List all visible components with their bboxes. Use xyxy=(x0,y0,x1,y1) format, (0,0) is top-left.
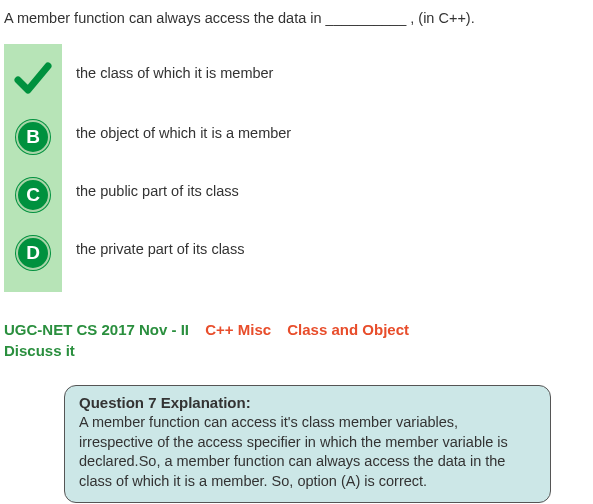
option-letter-d: D xyxy=(16,236,50,270)
options-labels-column: the class of which it is member the obje… xyxy=(62,44,291,292)
discuss-link[interactable]: Discuss it xyxy=(4,342,589,359)
option-indicator-a xyxy=(14,50,52,108)
option-letter-c: C xyxy=(16,178,50,212)
option-b[interactable]: the object of which it is a member xyxy=(76,102,291,160)
question-text: A member function can always access the … xyxy=(4,8,589,28)
explanation-title: Question 7 Explanation: xyxy=(79,394,536,411)
tag-topic-2[interactable]: Class and Object xyxy=(287,321,409,338)
option-indicator-b: B xyxy=(16,108,50,166)
option-a[interactable]: the class of which it is member xyxy=(76,44,291,102)
tags-row: UGC-NET CS 2017 Nov - II C++ Misc Class … xyxy=(4,318,589,342)
explanation-box: Question 7 Explanation: A member functio… xyxy=(64,385,551,502)
option-c[interactable]: the public part of its class xyxy=(76,160,291,218)
option-d[interactable]: the private part of its class xyxy=(76,218,291,276)
answer-indicator-column: B C D xyxy=(4,44,62,292)
explanation-body: A member function can access it's class … xyxy=(79,413,536,491)
tag-topic-1[interactable]: C++ Misc xyxy=(205,321,271,338)
option-indicator-d: D xyxy=(16,224,50,282)
option-letter-b: B xyxy=(16,120,50,154)
tag-exam[interactable]: UGC-NET CS 2017 Nov - II xyxy=(4,321,189,338)
correct-check-icon xyxy=(14,60,52,98)
options-container: B C D the class of which it is member th… xyxy=(4,44,589,292)
option-indicator-c: C xyxy=(16,166,50,224)
